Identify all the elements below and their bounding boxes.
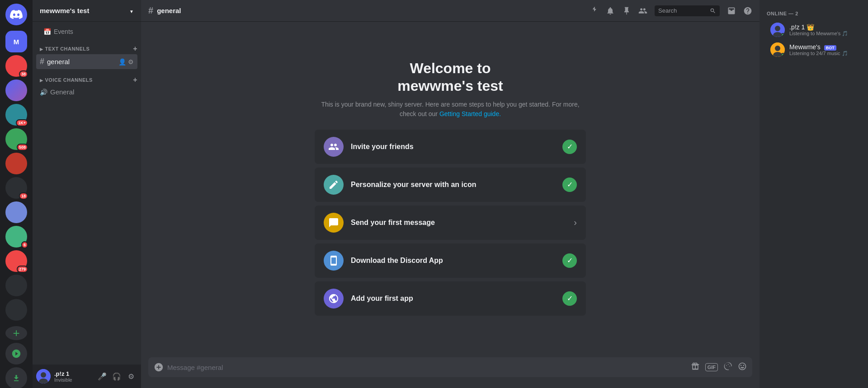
category-chevron [40,46,43,51]
server-header[interactable]: mewwme's test [33,0,141,22]
members-sidebar: ONLINE — 2 .p!z 1 👑 Listening to Mewwme'… [760,0,868,388]
voice-channels-category[interactable]: VOICE CHANNELS + [33,69,141,85]
server-icon-wrapper: 18 [5,177,27,199]
server-list: M 38 1K+ 508 18 6 279 + [0,0,33,388]
microphone-button[interactable]: 🎤 [96,370,108,383]
header-icons [590,5,752,16]
server-icon-s6[interactable] [5,153,27,174]
server-icon-wrapper: 6 [5,226,27,248]
server-icon-wrapper: 279 [5,250,27,272]
user-avatar[interactable] [36,369,51,383]
checklist-item-invite[interactable]: Invite your friends ✓ [315,130,586,164]
channel-item-general[interactable]: # general 👤 ⚙ [36,54,137,69]
member-sub-p1z1: Listening to Mewwme's 🎵 [789,31,857,37]
member-item-p1z1[interactable]: .p!z 1 👑 Listening to Mewwme's 🎵 [763,20,864,40]
server-icon-wrapper [5,201,27,223]
svg-point-7 [775,46,780,51]
gift-button[interactable] [691,362,700,373]
user-info: .p!z 1 Invisible [54,370,92,383]
text-channels-label: TEXT CHANNELS [45,46,90,51]
search-bar[interactable] [655,5,720,16]
voice-channels-label: VOICE CHANNELS [45,77,93,83]
server-badge: 18 [19,192,28,200]
inbox-icon-button[interactable] [727,6,736,15]
speaker-icon: 🔊 [40,89,47,96]
member-name-area: .p!z 1 👑 Listening to Mewwme's 🎵 [789,23,857,37]
server-name: mewwme's test [40,7,89,14]
channel-item-icons: 👤 ⚙ [118,58,134,65]
help-icon-button[interactable] [743,6,752,15]
headset-button[interactable]: 🎧 [110,370,123,383]
text-channels-category[interactable]: TEXT CHANNELS + [33,38,141,54]
channel-list: 📅 Events TEXT CHANNELS + # general 👤 ⚙ [33,22,141,365]
channel-hash-icon: # [148,5,153,16]
server-icon-s12[interactable] [5,299,27,321]
member-avatar-p1z1 [770,23,785,37]
attach-file-button[interactable] [154,362,164,372]
events-item[interactable]: 📅 Events [36,25,137,38]
events-icon: 📅 [43,28,51,35]
explore-servers-button[interactable] [5,343,27,365]
events-label: Events [54,28,73,35]
server-badge: 6 [21,241,28,248]
user-panel: .p!z 1 Invisible 🎤 🎧 ⚙ [33,365,141,388]
gif-button[interactable]: GIF [705,363,718,371]
voice-category-chevron [40,77,43,83]
member-item-mewwme[interactable]: Mewwme's BOT Listening to 24/7 music 🎵 [763,40,864,60]
channel-item-left-voice: 🔊 General [40,88,74,96]
search-input[interactable] [658,7,708,14]
personalize-icon [324,175,344,195]
voice-channel-name: General [50,88,74,96]
first-app-label: Add your first app [351,295,562,303]
invite-label: Invite your friends [351,143,562,151]
crown-icon: 👑 [807,23,814,31]
channel-item-voice-general[interactable]: 🔊 General [36,85,137,98]
message-text-input[interactable] [167,364,687,371]
user-settings-button[interactable]: ⚙ [125,370,137,383]
download-button[interactable] [5,367,27,388]
message-input-area: GIF [141,357,760,388]
download-checkmark: ✓ [562,253,577,268]
server-icon-mewwme[interactable]: M [5,31,27,52]
server-badge: 279 [17,266,28,273]
notification-icon-button[interactable] [606,6,615,15]
boost-icon-button[interactable] [590,6,599,15]
first-app-icon [324,289,344,309]
server-icon-s11[interactable] [5,275,27,296]
username: .p!z 1 [54,370,92,377]
invite-checkmark: ✓ [562,140,577,154]
pin-icon-button[interactable] [622,6,631,15]
download-label: Download the Discord App [351,257,562,265]
checklist-item-app[interactable]: Add your first app ✓ [315,281,586,316]
checklist-item-message[interactable]: Send your first message › [315,206,586,240]
emoji-button[interactable] [738,362,747,373]
member-name-p1z1: .p!z 1 👑 [789,23,857,31]
server-badge: 1K+ [16,119,28,126]
download-app-icon [324,251,344,271]
server-icon-wrapper: M [5,31,27,52]
server-badge: 508 [17,144,28,151]
channel-settings-icon[interactable]: ⚙ [128,58,134,65]
channel-item-left: # general [40,57,70,66]
checklist-item-download[interactable]: Download the Discord App ✓ [315,243,586,278]
server-badge: 38 [19,70,28,78]
add-text-channel-button[interactable]: + [133,45,137,52]
checklist-item-personalize[interactable]: Personalize your server with an icon ✓ [315,168,586,202]
getting-started-link[interactable]: Getting Started guide. [439,110,501,117]
server-icon-wrapper [5,79,27,101]
add-member-to-channel-icon[interactable]: 👤 [118,58,126,65]
server-icon-s3[interactable] [5,79,27,101]
welcome-title: Welcome tomewwme's test [315,60,586,94]
sticker-button[interactable] [723,362,732,373]
member-avatar-mewwme [770,42,785,57]
add-voice-channel-button[interactable]: + [133,76,137,84]
server-icon-s8[interactable] [5,201,27,223]
server-icon-wrapper: 1K+ [5,104,27,126]
discord-home-button[interactable] [5,4,27,25]
main-content: # general [141,0,760,388]
personalize-checkmark: ✓ [562,178,577,192]
add-server-button[interactable]: + [5,326,27,340]
message-input-box: GIF [148,357,752,377]
channel-header: # general [141,0,760,22]
members-icon-button[interactable] [638,6,647,15]
